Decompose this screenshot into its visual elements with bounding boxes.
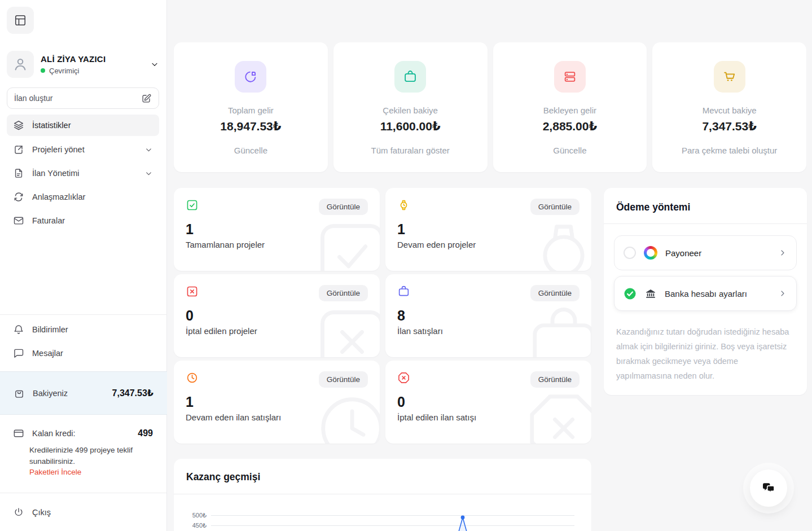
main-content: Toplam gelir 18,947.53₺ Güncelle Çekilen… xyxy=(167,0,812,531)
payment-method-payoneer[interactable]: Payoneer xyxy=(614,235,797,270)
bank-icon xyxy=(644,287,657,300)
payment-panel-title: Ödeme yöntemi xyxy=(616,201,795,213)
payoneer-logo-icon xyxy=(644,246,657,260)
shopping-bag-icon xyxy=(14,388,25,399)
payment-method-label: Banka hesabı ayarları xyxy=(665,289,770,299)
check-square-icon xyxy=(186,199,199,212)
server-icon xyxy=(554,61,586,93)
create-listing-label: İlan oluştur xyxy=(14,94,52,103)
view-button[interactable]: Görüntüle xyxy=(319,199,368,215)
sidebar-item-ilan-yonetimi[interactable]: İlan Yönetimi xyxy=(7,163,159,184)
balance-row[interactable]: Bakiyeniz 7,347.53₺ xyxy=(0,371,167,415)
chat-icon xyxy=(13,348,24,359)
stat-card-bekleyen-gelir: Bekleyen gelir 2,885.00₺ Güncelle xyxy=(493,42,647,172)
y-tick-450: 450₺ xyxy=(192,522,207,529)
chat-bubbles-icon xyxy=(760,480,777,497)
sidebar-item-mesajlar[interactable]: Mesajlar xyxy=(7,343,159,364)
stats-row: Toplam gelir 18,947.53₺ Güncelle Çekilen… xyxy=(174,42,806,172)
stat-action-link[interactable]: Güncelle xyxy=(234,146,267,155)
card-watermark-icon xyxy=(521,386,591,444)
user-name: ALİ ZİYA YAZICI xyxy=(41,54,106,64)
bell-icon xyxy=(13,324,24,335)
sync-icon xyxy=(13,191,24,203)
credit-value: 499 xyxy=(138,428,153,438)
project-cards-grid: Görüntüle 1 Tamamlanan projeler Görüntül… xyxy=(174,188,591,444)
card-watermark-icon xyxy=(310,386,380,444)
watch-icon xyxy=(397,199,410,212)
envelope-icon xyxy=(13,215,24,226)
stat-label: Çekilen bakiye xyxy=(383,106,438,115)
payment-method-label: Payoneer xyxy=(665,248,770,258)
credit-note: Kredilerinizle 499 projeye teklif sunabi… xyxy=(29,445,152,467)
view-button[interactable]: Görüntüle xyxy=(319,285,368,301)
chart-peak-point[interactable] xyxy=(461,516,465,520)
balance-label: Bakiyeniz xyxy=(33,389,68,398)
briefcase-icon xyxy=(394,61,426,93)
payment-method-panel: Ödeme yöntemi Payoneer Banka hesabı ayar… xyxy=(604,188,807,395)
card-devam-eden-projeler: Görüntüle 1 Devam eden projeler xyxy=(385,188,591,271)
create-listing-button[interactable]: İlan oluştur xyxy=(7,87,159,109)
divider xyxy=(0,493,167,493)
stat-action-link[interactable]: Tüm faturaları göster xyxy=(371,146,450,155)
payment-method-bank-account[interactable]: Banka hesabı ayarları xyxy=(614,276,797,311)
payment-note: Kazandığınız tutarı doğrudan istediğiniz… xyxy=(604,317,807,383)
stat-value: 7,347.53₺ xyxy=(702,120,756,133)
briefcase-icon xyxy=(397,285,410,298)
document-icon xyxy=(13,168,24,179)
card-watermark-icon xyxy=(310,213,380,271)
earnings-history-card: Kazanç geçmişi 500₺ 450₺ xyxy=(174,459,591,531)
sidebar-item-label: Anlaşmazlıklar xyxy=(32,192,85,201)
user-menu[interactable]: ALİ ZİYA YAZICI Çevrimiçi xyxy=(7,50,159,79)
stat-label: Bekleyen gelir xyxy=(543,106,596,115)
card-tamamlanan-projeler: Görüntüle 1 Tamamlanan projeler xyxy=(174,188,380,271)
view-button[interactable]: Görüntüle xyxy=(530,371,580,388)
external-link-icon xyxy=(13,144,24,155)
sidebar-item-label: Faturalar xyxy=(32,216,65,225)
layout-panel-icon xyxy=(14,14,27,27)
stat-label: Mevcut bakiye xyxy=(703,106,757,115)
stat-action-link[interactable]: Güncelle xyxy=(553,146,586,155)
card-watermark-icon xyxy=(521,300,591,357)
sidebar-item-istatistikler[interactable]: İstatistikler xyxy=(7,115,159,136)
stat-card-cekilen-bakiye: Çekilen bakiye 11,600.00₺ Tüm faturaları… xyxy=(333,42,488,172)
credit-card-icon xyxy=(13,428,24,439)
card-watermark-icon xyxy=(521,213,591,271)
view-button[interactable]: Görüntüle xyxy=(319,371,368,388)
cart-icon xyxy=(714,61,745,93)
sidebar-item-label: İstatistikler xyxy=(32,121,71,130)
logout-button[interactable]: Çıkış xyxy=(7,502,159,523)
divider xyxy=(0,314,167,315)
clock-icon xyxy=(186,371,199,384)
avatar xyxy=(7,51,34,78)
view-button[interactable]: Görüntüle xyxy=(530,199,580,215)
user-status-label: Çevrimiçi xyxy=(49,67,79,75)
stat-value: 2,885.00₺ xyxy=(543,120,597,133)
online-status-dot xyxy=(41,68,45,73)
sidebar-item-faturalar[interactable]: Faturalar xyxy=(7,210,159,231)
check-circle-icon xyxy=(624,287,637,300)
stat-action-link[interactable]: Para çekme talebi oluştur xyxy=(682,146,777,155)
pie-chart-icon xyxy=(235,61,266,93)
x-square-icon xyxy=(186,285,199,298)
packages-link[interactable]: Paketleri İncele xyxy=(29,468,81,476)
card-devam-eden-ilan-satislari: Görüntüle 1 Devam eden ilan satışları xyxy=(174,361,380,444)
view-button[interactable]: Görüntüle xyxy=(530,285,580,301)
card-iptal-edilen-ilan-satisi: Görüntüle 0 İptal edilen ilan satışı xyxy=(385,361,591,444)
balance-value: 7,347.53₺ xyxy=(112,388,153,398)
chart-title: Kazanç geçmişi xyxy=(186,471,579,483)
sidebar-item-anlasmazliklar[interactable]: Anlaşmazlıklar xyxy=(7,186,159,208)
sidebar-item-label: Projeleri yönet xyxy=(32,145,85,154)
credit-label: Kalan kredi: xyxy=(32,429,76,438)
sidebar-item-bildirimler[interactable]: Bildirimler xyxy=(7,319,159,340)
sidebar-item-projeleri-yonet[interactable]: Projeleri yönet xyxy=(7,139,159,160)
sidebar-toggle-button[interactable] xyxy=(7,7,34,34)
sidebar-item-label: İlan Yönetimi xyxy=(32,169,80,178)
support-chat-fab[interactable] xyxy=(750,469,787,507)
stat-value: 18,947.53₺ xyxy=(220,120,281,133)
earnings-line-chart: 500₺ 450₺ xyxy=(174,494,591,531)
stat-card-toplam-gelir: Toplam gelir 18,947.53₺ Güncelle xyxy=(174,42,328,172)
pencil-square-icon xyxy=(141,93,152,104)
radio-unselected[interactable] xyxy=(624,247,636,259)
credit-row: Kalan kredi: 499 xyxy=(7,423,159,444)
stat-label: Toplam gelir xyxy=(228,106,274,115)
